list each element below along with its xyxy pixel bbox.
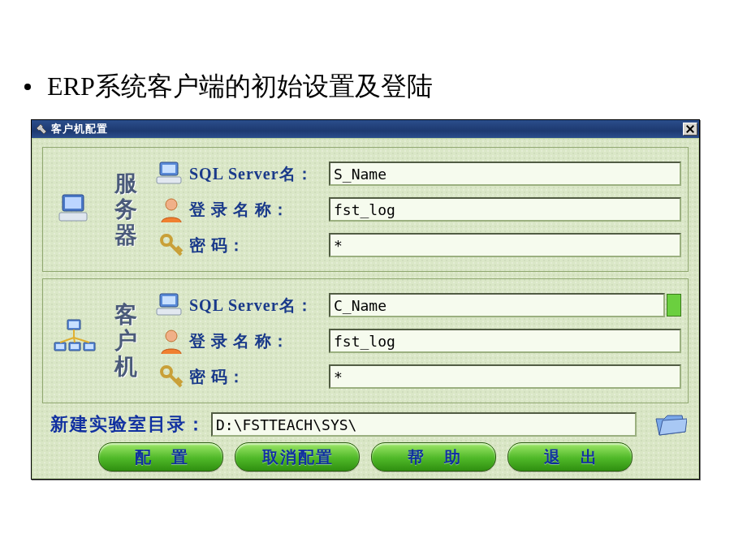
client-pwd-input[interactable]: *: [329, 364, 681, 389]
svg-rect-18: [157, 308, 181, 315]
client-key-icon: [153, 360, 189, 393]
config-button[interactable]: 配 置: [98, 442, 223, 472]
dir-input[interactable]: D:\FSTTEACH\SYS\: [211, 412, 637, 437]
titlebar: 客户机配置: [32, 120, 699, 138]
server-login-label: 登 录 名 称：: [189, 199, 329, 221]
client-heading: 客户机: [98, 302, 153, 381]
client-login-label: 登 录 名 称：: [189, 330, 329, 352]
client-sql-label: SQL Server名：: [189, 295, 329, 317]
client-user-icon: [153, 325, 189, 357]
svg-point-19: [166, 330, 177, 342]
cancel-config-button[interactable]: 取消配置: [235, 442, 360, 472]
svg-rect-13: [71, 344, 79, 349]
folder-browse-button[interactable]: [651, 410, 689, 439]
cancel-config-button-label: 取消配置: [261, 446, 334, 468]
window-title: 客户机配置: [51, 122, 683, 136]
svg-point-6: [166, 199, 177, 210]
server-pwd-input[interactable]: *: [329, 233, 681, 257]
app-icon: [35, 123, 48, 136]
svg-rect-9: [69, 321, 79, 328]
client-sql-picker-button[interactable]: [667, 294, 681, 317]
server-computer-icon: [54, 188, 93, 230]
server-sql-label: SQL Server名：: [189, 163, 329, 185]
svg-rect-5: [157, 177, 181, 183]
server-pwd-label: 密 码：: [189, 235, 329, 256]
server-heading: 服务器: [98, 170, 153, 249]
svg-rect-2: [59, 213, 87, 221]
client-sql-icon: [153, 289, 189, 321]
client-login-input[interactable]: fst_log: [329, 329, 681, 353]
svg-rect-15: [85, 344, 93, 349]
help-button-label: 帮 助: [399, 446, 468, 468]
svg-rect-1: [65, 197, 81, 209]
client-pwd-label: 密 码：: [189, 366, 329, 388]
client-sql-input[interactable]: C_Name: [329, 293, 665, 317]
slide-bullet-text: ERP系统客户端的初始设置及登陆: [47, 69, 433, 105]
close-button[interactable]: [683, 123, 697, 136]
exit-button[interactable]: 退 出: [507, 442, 633, 472]
svg-rect-4: [162, 165, 175, 173]
server-sql-input[interactable]: S_Name: [329, 162, 681, 186]
svg-rect-17: [162, 296, 175, 304]
server-user-icon: [153, 193, 189, 226]
server-panel: 服务器 SQL Server名： S_Name: [42, 147, 689, 272]
server-login-input[interactable]: fst_log: [329, 197, 681, 222]
svg-rect-11: [56, 344, 64, 349]
client-network-icon: [51, 317, 97, 365]
server-sql-icon: [153, 157, 189, 190]
client-panel: 客户机 SQL Server名： C_Name: [42, 278, 689, 403]
config-window: 客户机配置 服: [31, 119, 700, 480]
exit-button-label: 退 出: [536, 446, 605, 468]
server-key-icon: [153, 229, 189, 261]
bullet-icon: [24, 84, 31, 90]
help-button[interactable]: 帮 助: [371, 442, 496, 472]
config-button-label: 配 置: [127, 446, 196, 468]
dir-label: 新建实验室目录：: [50, 412, 206, 437]
